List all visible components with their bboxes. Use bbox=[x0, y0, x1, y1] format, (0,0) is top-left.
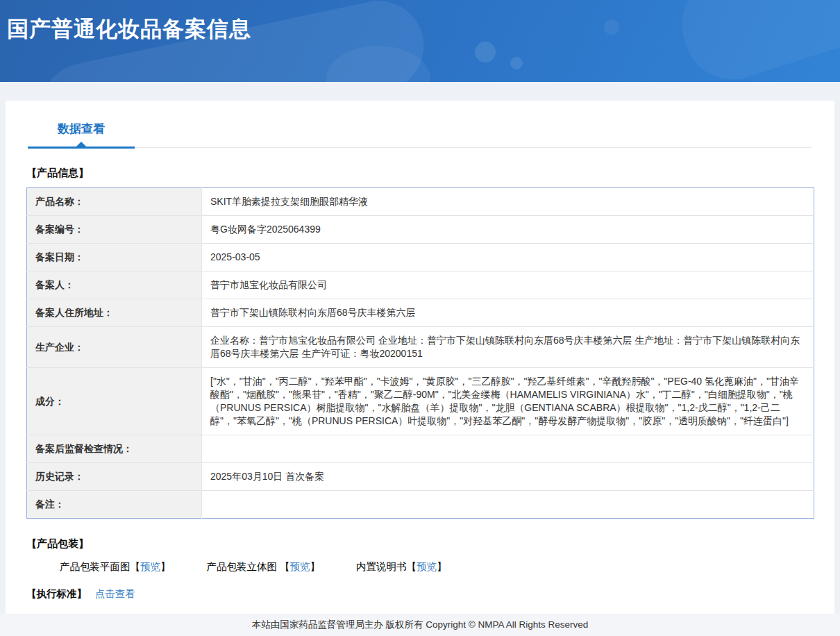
table-row: 备案编号： 粤G妆网备字2025064399 bbox=[27, 216, 814, 244]
field-label: 备案人： bbox=[27, 271, 202, 299]
field-value: SKIT羊胎素提拉支架细胞眼部精华液 bbox=[202, 188, 814, 216]
decorative-dot bbox=[475, 42, 496, 62]
packaging-item-manual: 内置说明书【预览】 bbox=[356, 560, 447, 574]
section-title-product-packaging: 【产品包装】 bbox=[26, 537, 814, 551]
bracket-right: 】 bbox=[310, 561, 321, 572]
field-value: 普宁市下架山镇陈联村向东厝68号庆丰楼第六层 bbox=[202, 299, 814, 327]
packaging-links-row: 产品包装平面图【预览】 产品包装立体图 【预览】 内置说明书【预览】 bbox=[60, 560, 814, 574]
field-value: 2025-03-05 bbox=[202, 244, 814, 271]
execution-standard-row: 【执行标准】点击查看 bbox=[26, 587, 814, 601]
table-row: 备注： bbox=[27, 491, 814, 519]
field-value bbox=[202, 435, 814, 463]
page-title: 国产普通化妆品备案信息 bbox=[7, 15, 251, 44]
bracket-left: 【 bbox=[131, 561, 141, 572]
field-label: 历史记录： bbox=[27, 463, 202, 491]
field-label: 备注： bbox=[27, 491, 202, 519]
field-value: 企业名称：普宁市旭宝化妆品有限公司 企业地址：普宁市下架山镇陈联村向东厝68号庆… bbox=[202, 327, 814, 368]
decorative-dot bbox=[604, 19, 619, 35]
active-tab-pointer-icon bbox=[76, 142, 86, 147]
content-card: 数据查看 【产品信息】 产品名称： SKIT羊胎素提拉支架细胞眼部精华液 备案编… bbox=[6, 101, 834, 614]
field-label: 产品名称： bbox=[27, 188, 202, 216]
page-header-banner: 国产普通化妆品备案信息 bbox=[0, 0, 840, 82]
field-value: 2025年03月10日 首次备案 bbox=[202, 463, 814, 491]
table-row: 生产企业： 企业名称：普宁市旭宝化妆品有限公司 企业地址：普宁市下架山镇陈联村向… bbox=[27, 327, 814, 368]
copyright-text: 本站由国家药品监督管理局主办 版权所有 Copyright © NMPA All… bbox=[252, 619, 589, 630]
packaging-item-label: 产品包装平面图 bbox=[60, 561, 131, 572]
bracket-right: 】 bbox=[437, 561, 447, 572]
preview-link-flat-diagram[interactable]: 预览 bbox=[140, 561, 160, 572]
field-value: 粤G妆网备字2025064399 bbox=[202, 216, 814, 244]
preview-link-3d-diagram[interactable]: 预览 bbox=[290, 561, 310, 572]
page-footer: 本站由国家药品监督管理局主办 版权所有 Copyright © NMPA All… bbox=[0, 614, 840, 636]
bracket-right: 】 bbox=[160, 561, 171, 572]
field-value: ["水"，"甘油"，"丙二醇"，"羟苯甲酯"，"卡波姆"，"黄原胶"，"三乙醇胺… bbox=[202, 368, 814, 435]
table-row: 备案日期： 2025-03-05 bbox=[27, 244, 814, 271]
table-row: 产品名称： SKIT羊胎素提拉支架细胞眼部精华液 bbox=[27, 188, 814, 216]
table-row: 成分： ["水"，"甘油"，"丙二醇"，"羟苯甲酯"，"卡波姆"，"黄原胶"，"… bbox=[27, 368, 814, 435]
decorative-dot bbox=[510, 57, 523, 69]
bracket-left: 【 bbox=[407, 561, 417, 572]
packaging-item-label: 内置说明书 bbox=[356, 561, 407, 572]
table-row: 备案后监督检查情况： bbox=[27, 435, 814, 463]
field-label: 备案人住所地址： bbox=[27, 299, 202, 327]
field-label: 备案后监督检查情况： bbox=[27, 435, 202, 463]
tab-data-view[interactable]: 数据查看 bbox=[28, 121, 135, 147]
execution-standard-label: 【执行标准】 bbox=[26, 588, 87, 599]
tab-bar: 数据查看 bbox=[28, 101, 812, 148]
packaging-item-3d-diagram: 产品包装立体图 【预览】 bbox=[207, 560, 321, 574]
packaging-item-flat-diagram: 产品包装平面图【预览】 bbox=[60, 560, 171, 574]
field-label: 生产企业： bbox=[27, 327, 202, 368]
table-row: 历史记录： 2025年03月10日 首次备案 bbox=[27, 463, 814, 491]
table-row: 备案人： 普宁市旭宝化妆品有限公司 bbox=[27, 271, 814, 299]
product-info-table: 产品名称： SKIT羊胎素提拉支架细胞眼部精华液 备案编号： 粤G妆网备字202… bbox=[26, 187, 814, 519]
field-value: 普宁市旭宝化妆品有限公司 bbox=[202, 271, 814, 299]
field-label: 成分： bbox=[27, 368, 202, 435]
field-label: 备案编号： bbox=[27, 216, 202, 244]
section-title-product-info: 【产品信息】 bbox=[26, 167, 814, 180]
bracket-left: 【 bbox=[280, 561, 290, 572]
field-label: 备案日期： bbox=[27, 244, 202, 271]
packaging-item-label: 产品包装立体图 bbox=[207, 561, 280, 572]
decorative-corner-shape bbox=[669, 0, 840, 82]
tab-data-view-label: 数据查看 bbox=[58, 122, 105, 135]
table-row: 备案人住所地址： 普宁市下架山镇陈联村向东厝68号庆丰楼第六层 bbox=[27, 299, 814, 327]
preview-link-manual[interactable]: 预览 bbox=[417, 561, 437, 572]
field-value bbox=[202, 491, 814, 519]
execution-standard-view-link[interactable]: 点击查看 bbox=[95, 588, 135, 599]
